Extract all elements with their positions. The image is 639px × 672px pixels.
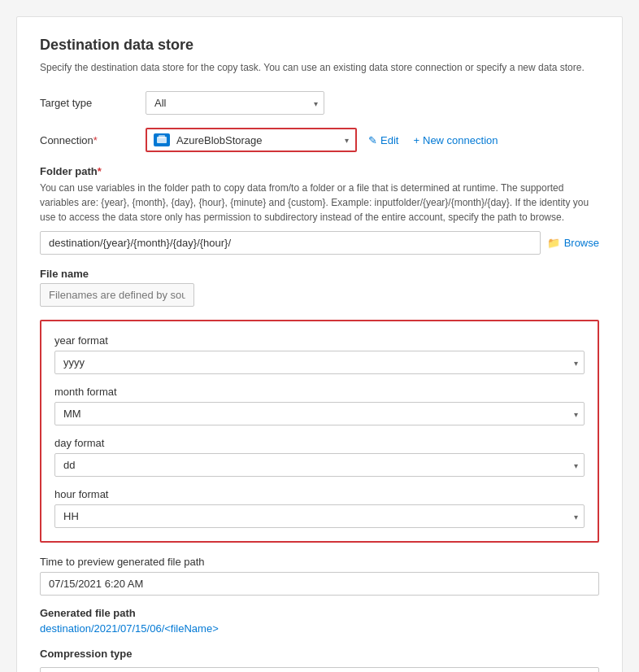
year-format-label: year format (54, 334, 585, 347)
hour-format-label: hour format (54, 488, 585, 500)
folder-path-section: Folder path* You can use variables in th… (40, 165, 599, 255)
file-name-section: File name (40, 268, 599, 307)
azure-blob-storage-icon (154, 133, 170, 146)
connection-label: Connection* (40, 134, 146, 146)
time-preview-label: Time to preview generated file path (40, 556, 599, 568)
new-connection-button[interactable]: + New connection (410, 131, 501, 150)
hour-format-select-wrapper[interactable]: HH H hh ▾ (54, 504, 585, 528)
hour-format-select[interactable]: HH H hh (54, 504, 585, 528)
connection-wrapper: AzureBlobStorage ▾ ✎ Edit + New connecti… (146, 128, 599, 152)
generated-path-section: Generated file path destination/2021/07/… (40, 607, 599, 635)
destination-data-store-panel: Destination data store Specify the desti… (16, 16, 623, 672)
month-format-label: month format (54, 386, 585, 398)
page-title: Destination data store (40, 37, 599, 54)
page-subtitle: Specify the destination data store for t… (40, 60, 599, 75)
folder-icon: 📁 (547, 237, 560, 249)
compression-label: Compression type (40, 648, 599, 660)
day-format-select-wrapper[interactable]: dd d ▾ (54, 453, 585, 477)
plus-icon: + (413, 134, 419, 146)
day-format-select[interactable]: dd d (54, 453, 585, 477)
folder-path-input-row: 📁 Browse (40, 231, 599, 255)
connection-chevron-icon: ▾ (345, 136, 349, 145)
browse-button[interactable]: 📁 Browse (547, 237, 599, 249)
year-format-select-wrapper[interactable]: yyyy yy ▾ (54, 351, 585, 374)
compression-section: Compression type None GZip Deflate BZip2… (40, 648, 599, 672)
year-format-select[interactable]: yyyy yy (54, 351, 585, 374)
month-format-select[interactable]: MM M (54, 402, 585, 425)
svg-rect-1 (159, 135, 165, 138)
connection-control: AzureBlobStorage ▾ ✎ Edit + New connecti… (146, 128, 599, 152)
target-type-select-wrapper[interactable]: All ▾ (146, 91, 324, 115)
format-section: year format yyyy yy ▾ month format MM M … (40, 320, 599, 543)
file-name-input[interactable] (40, 283, 194, 307)
connection-row: Connection* AzureBlobStorage ▾ ✎ Edit (40, 128, 599, 152)
target-type-label: Target type (40, 97, 146, 109)
edit-button[interactable]: ✎ Edit (365, 131, 402, 150)
folder-path-label: Folder path* (40, 165, 599, 177)
compression-select-wrapper[interactable]: None GZip Deflate BZip2 ▾ (40, 667, 599, 672)
folder-path-input[interactable] (40, 231, 541, 255)
target-type-row: Target type All ▾ (40, 91, 599, 115)
pencil-icon: ✎ (368, 134, 377, 146)
connection-name: AzureBlobStorage (176, 134, 338, 146)
folder-path-description: You can use variables in the folder path… (40, 181, 599, 225)
target-type-select[interactable]: All (146, 91, 324, 115)
month-format-row: month format MM M ▾ (54, 386, 585, 425)
generated-path-value: destination/2021/07/15/06/<fileName> (40, 622, 599, 635)
day-format-row: day format dd d ▾ (54, 437, 585, 477)
day-format-label: day format (54, 437, 585, 449)
target-type-control: All ▾ (146, 91, 599, 115)
year-format-row: year format yyyy yy ▾ (54, 334, 585, 374)
time-preview-input[interactable] (40, 572, 599, 596)
month-format-select-wrapper[interactable]: MM M ▾ (54, 402, 585, 425)
hour-format-row: hour format HH H hh ▾ (54, 488, 585, 528)
generated-path-label: Generated file path (40, 607, 599, 619)
time-preview-section: Time to preview generated file path (40, 556, 599, 596)
file-name-label: File name (40, 268, 599, 280)
compression-select[interactable]: None GZip Deflate BZip2 (40, 667, 599, 672)
connection-select-box[interactable]: AzureBlobStorage ▾ (146, 128, 357, 152)
